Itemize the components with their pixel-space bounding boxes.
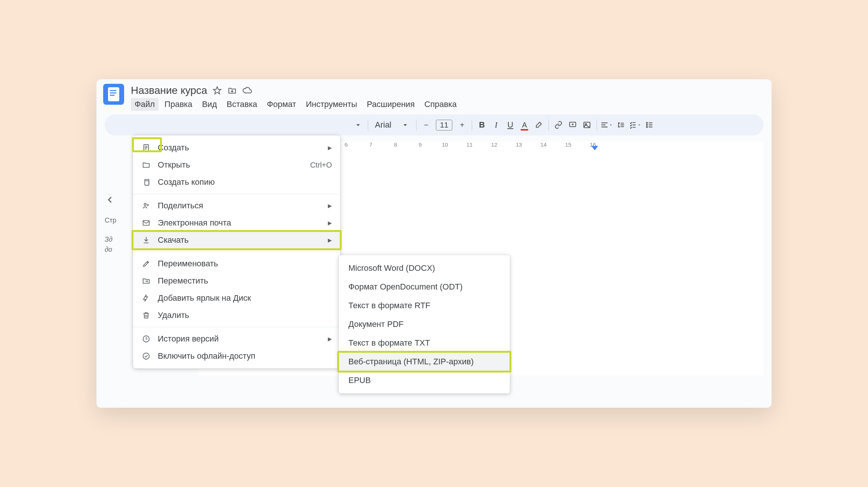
drive-shortcut-icon xyxy=(141,293,151,303)
docs-icon xyxy=(108,87,119,101)
highlight-button[interactable] xyxy=(532,118,545,132)
toolbar-separator xyxy=(416,119,416,131)
cloud-icon[interactable] xyxy=(242,86,252,95)
menu-item-move[interactable]: Переместить xyxy=(133,272,340,290)
chevron-right-icon: ▶ xyxy=(328,237,332,243)
menu-divider xyxy=(133,194,340,194)
svg-point-8 xyxy=(646,122,647,123)
svg-point-9 xyxy=(646,125,647,126)
menu-item-open[interactable]: Открыть Ctrl+O xyxy=(133,156,340,174)
submenu-item-rtf[interactable]: Текст в формате RTF xyxy=(339,296,510,315)
history-icon xyxy=(141,334,151,344)
menu-item-version-history[interactable]: История версий ▶ xyxy=(133,330,340,347)
submenu-item-docx[interactable]: Microsoft Word (DOCX) xyxy=(339,259,510,278)
link-button[interactable] xyxy=(552,118,565,132)
back-arrow-icon[interactable] xyxy=(105,195,115,205)
toolbar-separator xyxy=(368,119,368,131)
submenu-item-pdf[interactable]: Документ PDF xyxy=(339,315,510,334)
offline-icon xyxy=(141,351,151,361)
menu-insert[interactable]: Вставка xyxy=(223,98,261,111)
font-family-selector[interactable]: Arial xyxy=(371,120,413,130)
svg-point-10 xyxy=(646,126,647,128)
submenu-item-txt[interactable]: Текст в формате TXT xyxy=(339,334,510,352)
title-area: Название курса Файл Правка Вид Вставка Ф… xyxy=(131,84,765,111)
move-icon xyxy=(141,276,151,286)
menu-item-trash[interactable]: Удалить xyxy=(133,307,340,324)
share-icon xyxy=(141,201,151,211)
toolbar-separator xyxy=(548,119,549,131)
line-spacing-button[interactable] xyxy=(614,118,628,132)
menu-item-new[interactable]: Создать ▶ xyxy=(133,139,340,156)
svg-rect-1 xyxy=(110,90,117,91)
docs-logo[interactable] xyxy=(103,84,124,105)
title-row: Название курса xyxy=(131,84,765,97)
download-icon xyxy=(141,235,151,245)
menu-file[interactable]: Файл xyxy=(131,98,158,111)
menu-format[interactable]: Формат xyxy=(263,98,300,111)
text-color-button[interactable]: A xyxy=(518,118,531,132)
rename-icon xyxy=(141,259,151,269)
italic-button[interactable]: I xyxy=(489,118,503,132)
menu-divider xyxy=(133,252,340,252)
chevron-right-icon: ▶ xyxy=(328,220,332,226)
trash-icon xyxy=(141,310,151,320)
svg-marker-4 xyxy=(213,87,221,94)
font-size-input[interactable]: 11 xyxy=(436,120,452,131)
bullet-list-button[interactable] xyxy=(643,118,656,132)
menu-divider xyxy=(133,327,340,327)
font-size-increase[interactable]: + xyxy=(455,118,469,132)
chevron-right-icon: ▶ xyxy=(328,203,332,209)
toolbar-separator xyxy=(472,119,472,131)
menu-item-rename[interactable]: Переименовать xyxy=(133,255,340,272)
svg-rect-2 xyxy=(110,92,117,94)
underline-button[interactable]: U xyxy=(504,118,517,132)
chevron-right-icon: ▶ xyxy=(328,145,332,151)
menubar: Файл Правка Вид Вставка Формат Инструмен… xyxy=(131,98,765,111)
svg-rect-0 xyxy=(108,87,119,101)
font-size-decrease[interactable]: − xyxy=(419,118,433,132)
menu-help[interactable]: Справка xyxy=(421,98,460,111)
svg-rect-3 xyxy=(110,95,115,96)
menu-tools[interactable]: Инструменты xyxy=(302,98,361,111)
app-window: Название курса Файл Правка Вид Вставка Ф… xyxy=(96,79,772,408)
checklist-button[interactable] xyxy=(628,118,642,132)
submenu-item-odt[interactable]: Формат OpenDocument (ODT) xyxy=(339,278,510,296)
topbar: Название курса Файл Правка Вид Вставка Ф… xyxy=(96,79,772,111)
svg-point-15 xyxy=(144,203,147,206)
style-dropdown-icon[interactable] xyxy=(351,118,365,132)
star-icon[interactable] xyxy=(212,86,222,95)
menu-item-add-shortcut[interactable]: Добавить ярлык на Диск xyxy=(133,290,340,307)
folder-icon xyxy=(141,160,151,170)
menu-view[interactable]: Вид xyxy=(198,98,221,111)
menu-item-email[interactable]: Электронная почта ▶ xyxy=(133,214,340,232)
toolbar: Arial − 11 + B I U A xyxy=(105,114,763,135)
move-folder-icon[interactable] xyxy=(227,86,237,95)
menu-edit[interactable]: Правка xyxy=(161,98,196,111)
bold-button[interactable]: B xyxy=(475,118,489,132)
menu-item-offline[interactable]: Включить офлайн-доступ xyxy=(133,347,340,365)
menu-item-download[interactable]: Скачать ▶ xyxy=(133,232,340,249)
image-button[interactable] xyxy=(580,118,594,132)
svg-marker-12 xyxy=(591,146,598,150)
chevron-right-icon: ▶ xyxy=(328,336,332,342)
document-title[interactable]: Название курса xyxy=(131,85,207,97)
submenu-item-epub[interactable]: EPUB xyxy=(339,371,510,390)
align-button[interactable] xyxy=(600,118,613,132)
menu-item-share[interactable]: Поделиться ▶ xyxy=(133,197,340,214)
chevron-down-icon xyxy=(401,121,409,129)
svg-point-18 xyxy=(143,353,150,359)
file-menu-dropdown: Создать ▶ Открыть Ctrl+O Создать копию П… xyxy=(133,135,340,368)
submenu-item-html[interactable]: Веб-страница (HTML, ZIP-архив) xyxy=(339,352,510,371)
menu-extensions[interactable]: Расширения xyxy=(363,98,418,111)
email-icon xyxy=(141,218,151,228)
toolbar-separator xyxy=(597,119,597,131)
download-submenu: Microsoft Word (DOCX) Формат OpenDocumen… xyxy=(339,255,510,393)
indent-marker-right-icon[interactable] xyxy=(591,146,598,151)
menu-item-make-copy[interactable]: Создать копию xyxy=(133,174,340,191)
svg-rect-14 xyxy=(145,181,149,185)
document-icon xyxy=(141,143,151,153)
copy-icon xyxy=(141,177,151,187)
comment-button[interactable] xyxy=(566,118,579,132)
